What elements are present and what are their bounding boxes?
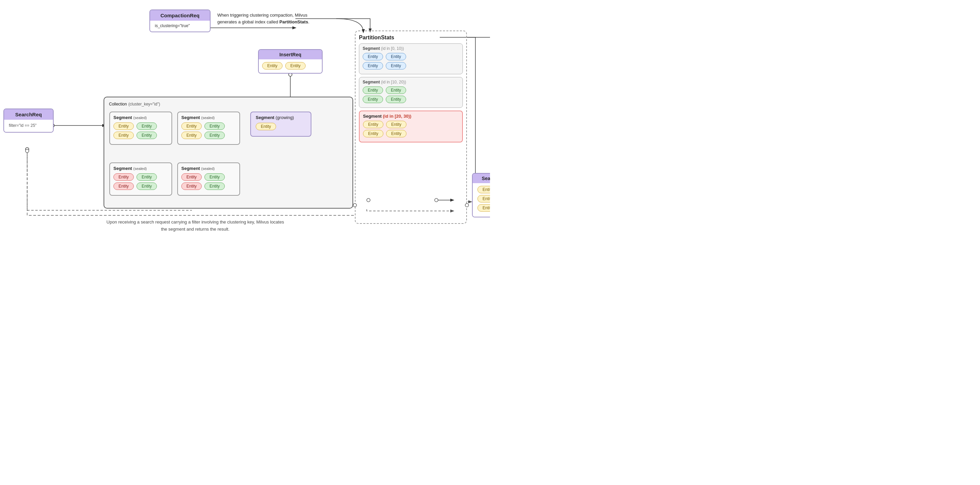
seg4-row1: Entity Entity	[181, 173, 236, 181]
seg1-title: Segment (sealed)	[113, 115, 168, 120]
seg3-title: Segment (sealed)	[113, 166, 168, 171]
pseg1-title: Segment (id in [0, 10))	[363, 46, 459, 51]
seg2-title: Segment (sealed)	[181, 115, 236, 120]
seg1-e1: Entity	[113, 122, 134, 130]
pseg1-row1: Entity Entity	[363, 53, 459, 60]
segment-growing: Segment (growing) Entity	[250, 112, 312, 137]
seg2-e1: Entity	[181, 122, 202, 130]
seg3-row2: Entity Entity	[113, 182, 168, 190]
searchres-e1: Entity	[477, 186, 490, 193]
pseg1-e3: Entity	[363, 62, 383, 70]
compaction-body: is_clustering="true"	[150, 21, 210, 32]
pseg2-title: Segment (id in [10, 20))	[363, 80, 459, 84]
searchreq-header: SearchReq	[4, 109, 53, 120]
pseg1-e1: Entity	[363, 53, 383, 60]
growing-title: Segment (growing)	[256, 115, 306, 120]
svg-point-9	[25, 149, 29, 153]
searchres-row2: Entity	[477, 195, 490, 203]
seg2-row1: Entity Entity	[181, 122, 236, 130]
seg2-row2: Entity Entity	[181, 132, 236, 139]
partition-seg-0-10: Segment (id in [0, 10)) Entity Entity En…	[359, 43, 463, 74]
pseg3-e3: Entity	[363, 130, 383, 137]
compaction-req-box: CompactionReq is_clustering="true"	[150, 10, 210, 32]
svg-point-6	[25, 147, 29, 151]
pseg3-e2: Entity	[386, 121, 406, 128]
segment-sealed-2: Segment (sealed) Entity Entity Entity En…	[177, 112, 240, 145]
searchres-row1: Entity	[477, 186, 490, 193]
insertreq-body: Entity Entity	[259, 59, 322, 73]
seg4-e3: Entity	[181, 182, 202, 190]
partition-title: PartitionStats	[359, 35, 463, 41]
insertreq-entity2: Entity	[285, 62, 305, 70]
collection-title: Collection (cluster_key="id")	[104, 97, 353, 109]
insert-req-box: InsertReq Entity Entity	[258, 49, 323, 74]
seg4-row2: Entity Entity	[181, 182, 236, 190]
seg1-row1: Entity Entity	[113, 122, 168, 130]
pseg1-row2: Entity Entity	[363, 62, 459, 70]
pseg2-e3: Entity	[363, 96, 383, 103]
growing-row1: Entity	[256, 123, 306, 130]
searchres-e2: Entity	[477, 195, 490, 203]
seg4-e2: Entity	[204, 173, 225, 181]
pseg2-e2: Entity	[386, 87, 406, 94]
seg1-e4: Entity	[137, 132, 157, 139]
insertreq-header: InsertReq	[259, 50, 322, 59]
pseg3-e4: Entity	[386, 130, 406, 137]
searchreq-body: filter="id == 25"	[4, 120, 53, 132]
pseg3-row2: Entity Entity	[363, 130, 459, 137]
seg4-e1: Entity	[181, 173, 202, 181]
seg3-e4: Entity	[137, 182, 157, 190]
compaction-annotation: When triggering clustering compaction, M…	[217, 12, 333, 25]
pseg2-row1: Entity Entity	[363, 87, 459, 94]
compaction-header: CompactionReq	[150, 10, 210, 21]
pseg2-e4: Entity	[386, 96, 406, 103]
segment-sealed-1: Segment (sealed) Entity Entity Entity En…	[109, 112, 172, 145]
seg3-row1: Entity Entity	[113, 173, 168, 181]
diagram-container: CompactionReq is_clustering="true" When …	[0, 0, 490, 242]
partition-stats-box: PartitionStats Segment (id in [0, 10)) E…	[355, 30, 467, 224]
partition-seg-20-30: Segment (id in [20, 30)) Entity Entity E…	[359, 111, 463, 143]
searchres-body: Entity Entity Entity	[473, 183, 490, 217]
segment-sealed-4: Segment (sealed) Entity Entity Entity En…	[177, 162, 240, 196]
seg1-e2: Entity	[137, 122, 157, 130]
seg3-e3: Entity	[113, 182, 134, 190]
seg2-e4: Entity	[204, 132, 225, 139]
seg2-e3: Entity	[181, 132, 202, 139]
seg4-e4: Entity	[204, 182, 225, 190]
search-res-box: SearchRes Entity Entity Entity	[472, 173, 490, 217]
growing-e1: Entity	[256, 123, 276, 130]
pseg1-e4: Entity	[386, 62, 406, 70]
pseg3-title: Segment (id in [20, 30))	[363, 114, 459, 119]
seg1-e3: Entity	[113, 132, 134, 139]
pseg1-e2: Entity	[386, 53, 406, 60]
collection-box: Collection (cluster_key="id") Segment (s…	[103, 97, 353, 209]
search-req-box: SearchReq filter="id == 25"	[3, 109, 54, 133]
bottom-line2: the segment and returns the result.	[68, 226, 323, 233]
bottom-annotation: Upon receiving a search request carrying…	[68, 219, 323, 233]
searchres-row3: Entity	[477, 204, 490, 212]
searchres-e3: Entity	[477, 204, 490, 212]
pseg2-row2: Entity Entity	[363, 96, 459, 103]
pseg3-e1: Entity	[363, 121, 383, 128]
seg1-row2: Entity Entity	[113, 132, 168, 139]
seg4-title: Segment (sealed)	[181, 166, 236, 171]
bottom-line1: Upon receiving a search request carrying…	[68, 219, 323, 226]
seg3-e2: Entity	[137, 173, 157, 181]
pseg3-row1: Entity Entity	[363, 121, 459, 128]
insertreq-entity1: Entity	[262, 62, 283, 70]
pseg2-e1: Entity	[363, 87, 383, 94]
partition-seg-10-20: Segment (id in [10, 20)) Entity Entity E…	[359, 77, 463, 108]
seg3-e1: Entity	[113, 173, 134, 181]
segment-sealed-3: Segment (sealed) Entity Entity Entity En…	[109, 162, 172, 196]
seg2-e2: Entity	[204, 122, 225, 130]
searchres-header: SearchRes	[473, 174, 490, 183]
